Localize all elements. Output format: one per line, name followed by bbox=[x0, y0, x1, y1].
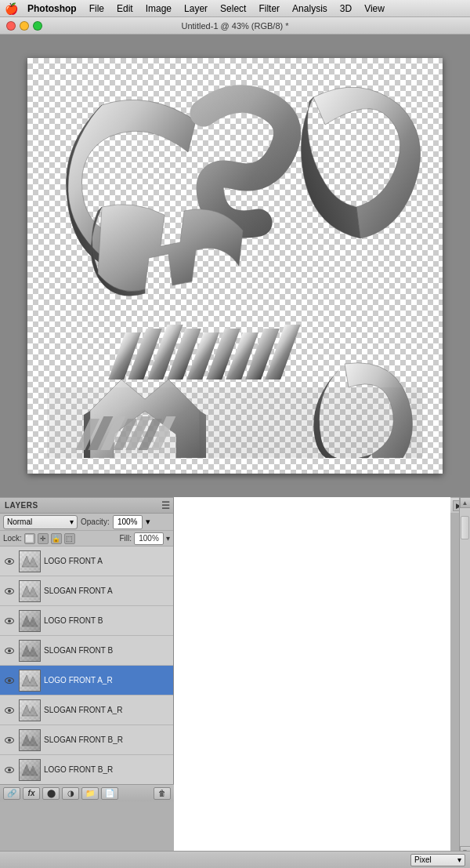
layer-row[interactable]: LOGO FRONT A bbox=[0, 547, 173, 576]
link-layers-btn[interactable]: 🔗 bbox=[3, 787, 20, 800]
menubar: 🍎 Photoshop File Edit Image Layer Select… bbox=[0, 0, 470, 17]
layer-name: SLOGAN FRONT B bbox=[44, 646, 170, 655]
layer-visibility-eye[interactable] bbox=[3, 674, 16, 687]
lock-transparent-btn[interactable]: ⬚ bbox=[64, 533, 75, 544]
fill-field[interactable]: 100% bbox=[134, 532, 164, 545]
menu-image[interactable]: Image bbox=[140, 2, 177, 16]
layer-row[interactable]: SLOGAN FRONT A bbox=[0, 576, 173, 606]
layer-name: LOGO FRONT B_R bbox=[44, 765, 170, 774]
layer-visibility-eye[interactable] bbox=[3, 704, 16, 717]
layer-visibility-eye[interactable] bbox=[3, 585, 16, 597]
menu-filter[interactable]: Filter bbox=[253, 2, 285, 16]
scroll-up-btn[interactable]: ▲ bbox=[460, 497, 471, 508]
layer-thumbnail bbox=[19, 699, 41, 721]
blend-mode-select[interactable]: Normal ▾ bbox=[3, 515, 78, 529]
layer-visibility-eye[interactable] bbox=[3, 645, 16, 657]
titlebar: Untitled-1 @ 43% (RGB/8) * bbox=[0, 17, 470, 35]
layer-row[interactable]: SLOGAN FRONT B bbox=[0, 636, 173, 666]
lock-position-btn[interactable]: ✛ bbox=[38, 533, 49, 544]
layer-list: LOGO FRONT ASLOGAN FRONT ALOGO FRONT BSL… bbox=[0, 547, 173, 785]
bottom-bar: Pixel ▾ bbox=[0, 851, 470, 868]
scroll-thumb[interactable] bbox=[461, 516, 469, 539]
menu-view[interactable]: View bbox=[359, 2, 390, 16]
lock-pixels-btn[interactable]: ⬜ bbox=[24, 533, 35, 544]
layer-thumbnail bbox=[19, 550, 41, 572]
close-button[interactable] bbox=[6, 21, 16, 31]
menu-file[interactable]: File bbox=[84, 2, 110, 16]
layers-header: LAYERS ☰ bbox=[0, 498, 173, 514]
lock-row: Lock: ⬜ ✛ 🔒 ⬚ Fill: 100% ▾ bbox=[0, 531, 173, 547]
layers-bottom-toolbar: 🔗 fx ⬤ ◑ 📁 📄 🗑 bbox=[0, 784, 174, 801]
new-layer-btn[interactable]: 📄 bbox=[101, 787, 118, 800]
layer-row[interactable]: LOGO FRONT A_R bbox=[0, 666, 173, 695]
adjustment-btn[interactable]: ◑ bbox=[62, 787, 79, 800]
layer-visibility-eye[interactable] bbox=[3, 734, 16, 746]
lock-label: Lock: bbox=[3, 534, 22, 543]
layer-name: LOGO FRONT A bbox=[44, 557, 170, 565]
layer-row[interactable]: SLOGAN FRONT A_R bbox=[0, 695, 173, 725]
lock-all-btn[interactable]: 🔒 bbox=[51, 533, 62, 544]
opacity-label: Opacity: bbox=[81, 518, 110, 526]
delete-layer-btn[interactable]: 🗑 bbox=[154, 787, 171, 800]
layer-thumbnail bbox=[19, 759, 41, 781]
opacity-field[interactable]: 100% bbox=[113, 515, 143, 529]
layer-row[interactable]: SLOGAN FRONT B_R bbox=[0, 725, 173, 755]
layer-name: SLOGAN FRONT A_R bbox=[44, 706, 170, 714]
layer-thumbnail bbox=[19, 610, 41, 632]
layer-name: LOGO FRONT A_R bbox=[44, 676, 170, 685]
menu-select[interactable]: Select bbox=[215, 2, 251, 16]
layer-name: LOGO FRONT B bbox=[44, 616, 170, 625]
layers-menu-icon[interactable]: ☰ bbox=[161, 500, 171, 511]
logo-artwork bbox=[27, 58, 443, 474]
traffic-lights bbox=[6, 21, 42, 31]
layer-effects-btn[interactable]: fx bbox=[23, 787, 40, 800]
window-title: Untitled-1 @ 43% (RGB/8) * bbox=[181, 21, 288, 31]
layer-name: SLOGAN FRONT B_R bbox=[44, 735, 170, 744]
maximize-button[interactable] bbox=[33, 21, 42, 31]
add-mask-btn[interactable]: ⬤ bbox=[42, 787, 60, 800]
menu-photoshop[interactable]: Photoshop bbox=[22, 2, 82, 16]
layer-visibility-eye[interactable] bbox=[3, 764, 16, 776]
menu-edit[interactable]: Edit bbox=[111, 2, 139, 16]
menu-layer[interactable]: Layer bbox=[179, 2, 213, 16]
minimize-button[interactable] bbox=[20, 21, 29, 31]
fill-label: Fill: bbox=[119, 534, 132, 543]
layers-title: LAYERS bbox=[5, 501, 38, 510]
blend-mode-row: Normal ▾ Opacity: 100% ▾ bbox=[0, 514, 173, 531]
layers-scrollbar: ▲ ▼ bbox=[459, 497, 470, 857]
right-panel bbox=[174, 497, 450, 868]
layer-thumbnail bbox=[19, 670, 41, 692]
layer-thumbnail bbox=[19, 580, 41, 602]
menu-analysis[interactable]: Analysis bbox=[287, 2, 333, 16]
layer-thumbnail bbox=[19, 729, 41, 751]
layer-visibility-eye[interactable] bbox=[3, 615, 16, 627]
canvas-inner[interactable] bbox=[27, 58, 443, 474]
layer-thumbnail bbox=[19, 640, 41, 662]
layer-row[interactable]: LOGO FRONT B bbox=[0, 606, 173, 636]
canvas-area bbox=[0, 35, 470, 497]
new-group-btn[interactable]: 📁 bbox=[81, 787, 99, 800]
layers-panel: LAYERS ☰ Normal ▾ Opacity: 100% ▾ Lock: … bbox=[0, 497, 174, 801]
apple-logo[interactable]: 🍎 bbox=[5, 2, 17, 15]
menu-3d[interactable]: 3D bbox=[334, 2, 357, 16]
unit-select[interactable]: Pixel ▾ bbox=[410, 854, 465, 866]
scroll-track[interactable] bbox=[460, 508, 470, 846]
layer-visibility-eye[interactable] bbox=[3, 555, 16, 568]
layer-row[interactable]: LOGO FRONT B_R bbox=[0, 755, 173, 785]
layer-name: SLOGAN FRONT A bbox=[44, 587, 170, 595]
